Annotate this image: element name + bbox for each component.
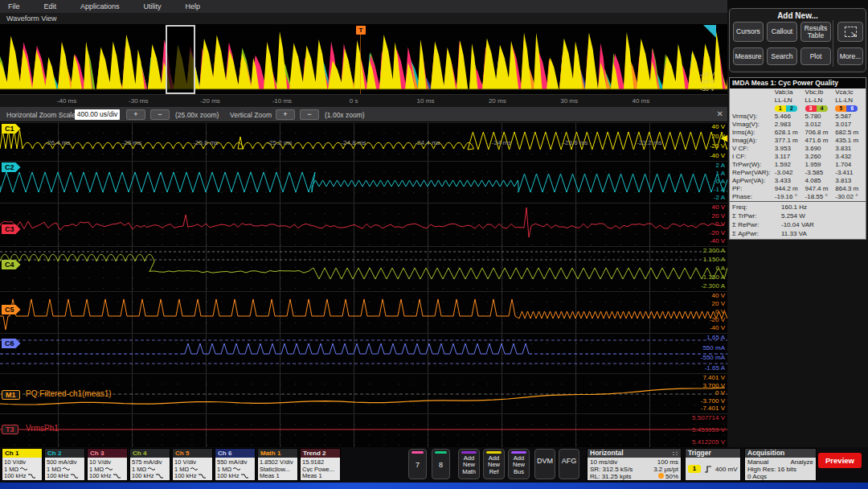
measurement-row: Irms(A):628.1 m706.8 m682.5 m	[730, 129, 866, 137]
measurement-row: RePwr(VAR):-3.042-3.585-3.411	[730, 169, 866, 177]
c4-scale-labels: 2.300 A1.150 A0 A-1.150 A-2.300 A	[701, 247, 725, 290]
measurement-value: -3.411	[835, 169, 866, 177]
scale-label: -1 A	[714, 187, 725, 193]
ch6-badge[interactable]: Ch 6 550 mA/div 1 MΩ 100 kHz	[215, 448, 256, 481]
overview-scale-label: -30 V	[700, 86, 714, 92]
add-callout-button[interactable]: Callout	[767, 22, 797, 42]
channel-row-c3: C3 40 V20 V0 V-20 V-40 V	[0, 203, 727, 246]
measurement-row: PF:944.2 m947.4 m864.3 m	[730, 185, 866, 193]
ac-coupling-icon	[20, 466, 27, 471]
add-new-math-button[interactable]: Add New Math	[458, 449, 480, 479]
ch3-badge[interactable]: Ch 3 10 V/div 1 MΩ 100 kHz	[87, 448, 128, 481]
measurement-label: Phase:	[730, 193, 775, 201]
trigger-panel[interactable]: Trigger 1 400 mV	[685, 448, 741, 481]
scale-label: -2.300 A	[701, 283, 725, 290]
trigger-level-arrow-icon[interactable]: ◀	[721, 134, 727, 142]
measurement-value: 3.953	[775, 145, 805, 153]
measurement-value: -19.16 °	[775, 193, 805, 201]
math1-badge[interactable]: Math 1 1.8502 V/div Static|low... Meas 1	[257, 448, 298, 481]
preview-button[interactable]: Preview	[818, 453, 862, 468]
hzoom-plus-button[interactable]: +	[126, 109, 145, 120]
menu-item[interactable]: Applications	[80, 2, 120, 10]
tab-waveform-view[interactable]: Waveform View	[0, 14, 57, 23]
ch8-slot-button[interactable]: 8	[432, 449, 450, 479]
menu-item[interactable]: Edit	[44, 2, 57, 10]
summary-value: 160.1 Hz	[781, 203, 807, 212]
measurement-row: ApPwr(VA):3.4334.0853.813	[730, 177, 866, 185]
scale-label: 0 A	[715, 179, 725, 185]
add-new-panel: Add New... Cursors Callout Results Table…	[729, 8, 866, 72]
measurement-results-panel[interactable]: IMDA Meas 1: Cyc Power Quality Vab;Ia Vb…	[729, 77, 866, 240]
acquisition-panel[interactable]: Acquisition ManualAnalyze High Res: 16 b…	[744, 448, 817, 481]
summary-label: Σ ApPwr:	[730, 229, 781, 238]
close-zoom-icon[interactable]: ✕	[717, 109, 723, 118]
main-time-label: -24.8 ms	[341, 139, 366, 146]
c5-scale-labels: 40 V20 V0 V-20 V-40 V	[710, 292, 725, 332]
channel-badge-m1[interactable]: M1	[2, 390, 20, 400]
measurement-title: IMDA Meas 1: Cyc Power Quality	[730, 78, 866, 88]
overview-scale-label: -20 V	[700, 79, 714, 85]
horizontal-zoom-scale-input[interactable]: 400.00 us/div	[75, 109, 120, 120]
add-plot-button[interactable]: Plot	[800, 47, 831, 65]
trigger-position-flag[interactable]: T	[356, 26, 366, 35]
add-measure-button[interactable]: Measure	[733, 47, 764, 65]
add-new-ref-button[interactable]: Add New Ref	[483, 449, 505, 479]
vzoom-factor-label: (1.00x zoom)	[325, 111, 365, 119]
column-header: Vca;Ic	[835, 88, 866, 97]
zoomed-waveform-area[interactable]: C1 -26.4 ms-26 ms-25.6 ms-25.2 ms-24.8 m…	[0, 122, 727, 447]
measurement-row: TrPwr(W):1.5921.9591.704	[730, 161, 866, 169]
drag-handle-icon	[672, 451, 678, 456]
add-search-button[interactable]: Search	[767, 47, 797, 65]
menu-item[interactable]: Help	[186, 2, 201, 10]
measurement-value: 864.3 m	[835, 185, 866, 193]
overview-time-label: -30 ms	[129, 97, 148, 105]
vzoom-minus-button[interactable]: −	[300, 109, 319, 120]
ch2-badge[interactable]: Ch 2 500 mA/div 1 MΩ 100 kHz	[44, 448, 85, 481]
menu-item[interactable]: File	[8, 2, 20, 10]
scale-label: -3.700 V	[701, 398, 725, 405]
scale-label: 5.459959 V	[692, 427, 725, 434]
scale-label: -7.401 V	[701, 405, 725, 412]
trigger-position-icon	[658, 473, 664, 479]
more-button[interactable]: More...	[837, 47, 863, 65]
source-badge-pair-12: 12	[775, 105, 797, 112]
channel-badge-t3[interactable]: T3	[2, 425, 18, 434]
overview-time-axis: -40 ms-30 ms-20 ms-10 ms0 s10 ms20 ms30 …	[0, 94, 727, 107]
horizontal-panel[interactable]: Horizontal 10 ms/div100 ms SR: 312.5 kS/…	[587, 448, 682, 481]
scale-label: 3.700 V	[702, 383, 725, 389]
vzoom-plus-button[interactable]: +	[276, 109, 295, 120]
add-results-table-button[interactable]: Results Table	[800, 22, 831, 42]
scale-label: 550 mA	[702, 345, 725, 351]
dvm-button[interactable]: DVM	[534, 449, 555, 479]
ch7-slot-button[interactable]: 7	[408, 449, 427, 479]
waveform-overview[interactable]: T -10 V-20 V-30 V	[0, 25, 727, 94]
measurement-label: TrPwr(W):	[730, 161, 775, 169]
ch4-badge[interactable]: Ch 4 575 mA/div 1 MΩ 100 kHz	[129, 448, 170, 481]
t3-trace-label: VrmsPh1	[26, 424, 59, 433]
scale-label: 0 V	[715, 221, 725, 228]
measurement-value: 3.831	[835, 145, 866, 153]
measurement-value: 3.690	[805, 145, 836, 153]
zoom-region-box[interactable]	[166, 25, 195, 94]
measurement-label: PF:	[730, 185, 775, 193]
trend2-badge[interactable]: Trend 2 15.9182 Cyc Powe... Meas 1	[300, 448, 341, 481]
overview-corner-handle-icon[interactable]	[703, 25, 716, 38]
menu-item[interactable]: Utility	[144, 2, 162, 10]
measurement-value: 3.117	[775, 153, 805, 161]
afg-button[interactable]: AFG	[559, 449, 579, 479]
source-badges-row: 12 34 56	[730, 105, 866, 113]
hzoom-minus-button[interactable]: −	[150, 109, 170, 120]
measurement-value: 3.012	[805, 121, 836, 129]
measurement-value: 1.959	[805, 161, 836, 169]
zoom-select-button[interactable]	[837, 22, 863, 42]
overview-time-label: 40 ms	[632, 97, 649, 105]
scale-label: -1.150 A	[701, 274, 725, 281]
add-new-bus-button[interactable]: Add New Bus	[508, 449, 530, 479]
measurement-value: 628.1 m	[775, 129, 805, 137]
ch1-badge[interactable]: Ch 1 10 V/div 1 MΩ 100 kHz	[2, 448, 43, 481]
column-header: Vab;Ia	[775, 88, 805, 97]
measurement-label: Vrms(V):	[730, 113, 775, 121]
ch5-badge[interactable]: Ch 5 10 V/div 1 MΩ 100 kHz	[172, 448, 213, 481]
add-cursors-button[interactable]: Cursors	[733, 22, 764, 42]
zoom-toolbar: Horizontal Zoom Scale 400.00 us/div + − …	[0, 107, 727, 122]
